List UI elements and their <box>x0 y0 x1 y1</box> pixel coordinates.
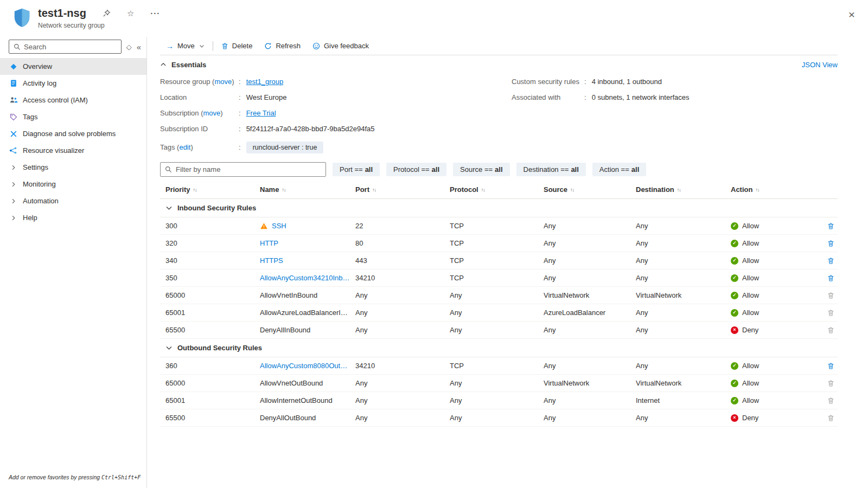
rule-port: 34210 <box>355 274 450 282</box>
essentials-field-value: Free Trial <box>246 109 276 117</box>
delete-button[interactable]: Delete <box>215 37 259 55</box>
sidebar-item-settings[interactable]: Settings <box>0 159 146 176</box>
delete-rule-icon[interactable] <box>827 292 834 299</box>
sidebar-item-help[interactable]: Help <box>0 209 146 226</box>
rule-source: Any <box>544 239 636 247</box>
filter-pill-protocol[interactable]: Protocol == all <box>386 163 446 176</box>
delete-rule-icon[interactable] <box>827 240 834 247</box>
column-header-priority[interactable]: Priority↑↓ <box>165 185 260 194</box>
favorites-hint-text: Add or remove favorites by pressing <box>9 474 100 480</box>
sidebar-item-label: Tags <box>23 113 37 121</box>
delete-rule-icon[interactable] <box>827 326 834 334</box>
filter-pill-source[interactable]: Source == all <box>453 163 509 176</box>
column-header-destination[interactable]: Destination↑↓ <box>636 185 731 194</box>
delete-rule-icon[interactable] <box>827 380 834 387</box>
resource-menu: ◇ « OverviewActivity logAccess control (… <box>0 37 147 488</box>
chevron-right-icon <box>9 182 18 187</box>
edit-tags-link[interactable]: edit <box>179 143 190 151</box>
json-view-link[interactable]: JSON View <box>802 61 838 69</box>
essentials-field-subscription: Subscription (move):Free Trial <box>160 105 512 121</box>
collapse-essentials-icon[interactable] <box>160 61 167 68</box>
allow-check-icon: ✓ <box>731 240 738 247</box>
rule-name[interactable]: SSH <box>272 222 286 230</box>
rule-name-cell: DenyAllOutBound <box>260 414 355 422</box>
sidebar-search[interactable] <box>9 40 122 54</box>
sidebar-item-diagnose-and-solve-problems[interactable]: Diagnose and solve problems <box>0 125 146 142</box>
rule-name[interactable]: AllowAnyCustom34210Inb… <box>260 274 349 282</box>
rule-name-cell: AllowVnetInBound <box>260 291 355 299</box>
sidebar-item-label: Access control (IAM) <box>23 96 88 104</box>
delete-rule-icon[interactable] <box>827 222 834 230</box>
feedback-button[interactable]: Give feedback <box>307 37 375 55</box>
name-filter[interactable] <box>160 162 326 177</box>
sidebar-item-access-control-iam[interactable]: Access control (IAM) <box>0 92 146 108</box>
collapse-menu-icon[interactable]: « <box>137 43 141 51</box>
sidebar-item-automation[interactable]: Automation <box>0 192 146 209</box>
essentials-right: Custom security rules:4 inbound, 1 outbo… <box>512 74 838 155</box>
delete-rule-icon[interactable] <box>827 257 834 265</box>
rule-port: Any <box>355 326 450 334</box>
action-allow-badge: ✓Allow <box>731 362 821 370</box>
sidebar-search-input[interactable] <box>24 43 117 51</box>
sidebar-item-resource-visualizer[interactable]: Resource visualizer <box>0 142 146 159</box>
refresh-button[interactable]: Refresh <box>258 37 307 55</box>
rule-port: 22 <box>355 222 450 230</box>
sort-icon: ↑↓ <box>677 187 681 192</box>
rule-protocol: Any <box>450 414 544 422</box>
column-header-action[interactable]: Action↑↓ <box>731 185 825 194</box>
chevron-down-icon[interactable] <box>165 344 173 351</box>
rule-priority: 350 <box>165 274 260 282</box>
free-trial-link[interactable]: Free Trial <box>246 109 276 117</box>
rule-port: Any <box>355 414 450 422</box>
rule-priority: 65500 <box>165 326 260 334</box>
rule-protocol: TCP <box>450 239 544 247</box>
column-header-port[interactable]: Port↑↓ <box>355 185 450 194</box>
pin-icon[interactable] <box>103 9 111 17</box>
chevron-down-icon[interactable] <box>165 204 173 211</box>
test1-group-link[interactable]: test1_group <box>246 78 284 86</box>
rule-name[interactable]: HTTPS <box>260 256 283 265</box>
sidebar-item-overview[interactable]: Overview <box>0 58 146 75</box>
rule-action: ✓Allow <box>731 362 825 370</box>
sidebar-item-monitoring[interactable]: Monitoring <box>0 176 146 192</box>
diamond-icon[interactable]: ◇ <box>126 43 132 50</box>
column-header-protocol[interactable]: Protocol↑↓ <box>450 185 544 194</box>
sidebar-item-tags[interactable]: Tags <box>0 108 146 125</box>
filter-pill-destination[interactable]: Destination == all <box>516 163 586 176</box>
more-options-icon[interactable]: ··· <box>150 9 160 17</box>
favorite-star-icon[interactable]: ☆ <box>127 9 134 17</box>
filter-pill-port[interactable]: Port == all <box>333 163 380 176</box>
rule-destination: Any <box>636 414 731 422</box>
rule-port: Any <box>355 396 450 404</box>
rule-protocol: TCP <box>450 362 544 370</box>
command-bar: → Move Delete Refresh Give feedback <box>160 37 838 55</box>
feedback-smiley-icon <box>312 42 320 50</box>
rule-protocol: Any <box>450 291 544 299</box>
delete-rule-icon[interactable] <box>827 274 834 282</box>
delete-rule-icon[interactable] <box>827 397 834 404</box>
action-allow-badge: ✓Allow <box>731 256 821 265</box>
sidebar-item-label: Overview <box>23 62 52 70</box>
tag-chip[interactable]: runcloud-server : true <box>246 142 324 153</box>
rule-name-cell: HTTP <box>260 239 355 247</box>
sidebar-item-label: Automation <box>23 197 59 205</box>
delete-rule-icon[interactable] <box>827 414 834 422</box>
column-header-name[interactable]: Name↑↓ <box>260 185 355 194</box>
move-link[interactable]: move <box>203 109 220 117</box>
move-link[interactable]: move <box>214 78 232 86</box>
move-button[interactable]: → Move <box>160 37 210 55</box>
delete-rule-icon[interactable] <box>827 362 834 370</box>
delete-rule-icon[interactable] <box>827 309 834 317</box>
tags-label: Tags (edit) <box>160 143 239 151</box>
rule-destination: Any <box>636 239 731 247</box>
rule-row-denyallinbound: 65500DenyAllInBoundAnyAnyAnyAny×Deny <box>160 322 838 339</box>
rule-name[interactable]: AllowAnyCustom8080Out… <box>260 362 347 370</box>
action-allow-badge: ✓Allow <box>731 291 821 299</box>
close-icon[interactable]: × <box>848 9 855 20</box>
name-filter-input[interactable] <box>176 165 321 174</box>
sidebar-item-activity-log[interactable]: Activity log <box>0 75 146 92</box>
page-title: test1-nsg <box>38 7 86 20</box>
rule-name[interactable]: HTTP <box>260 239 278 247</box>
column-header-source[interactable]: Source↑↓ <box>544 185 636 194</box>
filter-pill-action[interactable]: Action == all <box>592 163 646 176</box>
